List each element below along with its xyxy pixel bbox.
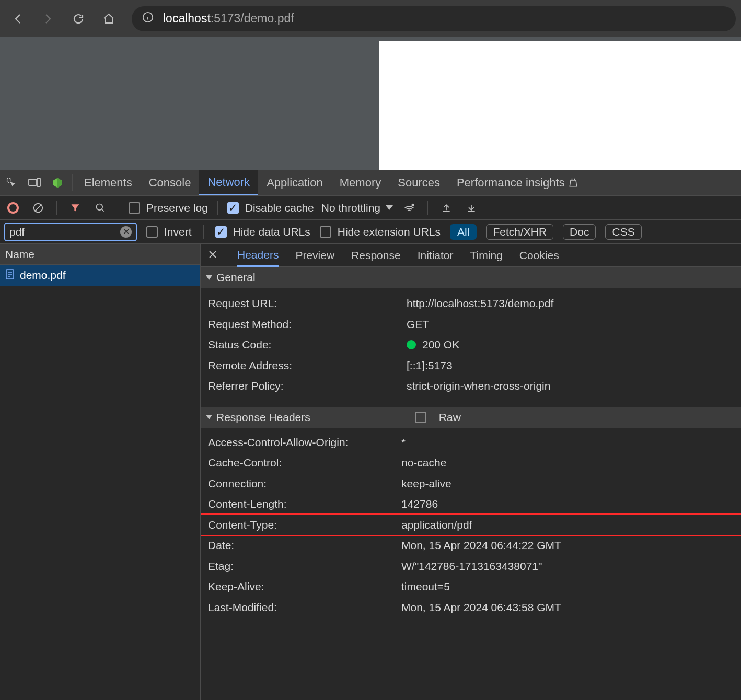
response-header-value: timeout=5 — [401, 578, 741, 595]
response-header-row: Access-Control-Allow-Origin:* — [201, 432, 741, 453]
document-icon — [5, 269, 15, 282]
response-header-row: Content-Type:application/pdf — [201, 515, 741, 535]
svg-line-9 — [35, 204, 42, 211]
back-button[interactable] — [5, 6, 30, 31]
response-header-key: Date: — [208, 537, 401, 554]
response-header-value: Mon, 15 Apr 2024 06:43:58 GMT — [401, 599, 741, 616]
row-remote-address: Remote Address: [::1]:5173 — [201, 355, 741, 376]
disable-cache-checkbox[interactable]: ✓Disable cache — [227, 202, 314, 214]
search-icon[interactable] — [91, 203, 109, 213]
filter-fetch-xhr-pill[interactable]: Fetch/XHR — [486, 224, 553, 240]
tab-cookies[interactable]: Cookies — [519, 249, 559, 262]
close-details-icon[interactable] — [208, 249, 221, 262]
raw-checkbox[interactable]: Raw — [415, 411, 461, 424]
network-filter-bar: pdf ✕ Invert ✓Hide data URLs Hide extens… — [0, 220, 741, 244]
response-headers-title: Response Headers — [216, 411, 310, 424]
tab-memory[interactable]: Memory — [331, 170, 389, 195]
svg-line-11 — [102, 209, 104, 211]
record-button[interactable] — [4, 202, 22, 214]
general-section-header[interactable]: General — [201, 267, 741, 288]
value-remote-address: [::1]:5173 — [407, 357, 741, 374]
invert-label: Invert — [164, 226, 192, 238]
response-header-value: * — [401, 434, 741, 451]
tab-console[interactable]: Console — [141, 170, 200, 195]
filter-css-pill[interactable]: CSS — [605, 224, 641, 240]
nodejs-icon[interactable] — [46, 170, 69, 195]
response-header-value: application/pdf — [401, 517, 741, 533]
hide-data-urls-checkbox[interactable]: ✓Hide data URLs — [215, 226, 310, 238]
response-header-key: Keep-Alive: — [208, 578, 401, 595]
tab-timing[interactable]: Timing — [470, 249, 503, 262]
address-bar[interactable]: localhost:5173/demo.pdf — [132, 6, 736, 31]
requests-header-name[interactable]: Name — [0, 244, 200, 265]
preserve-log-checkbox[interactable]: Preserve log — [129, 202, 208, 214]
chevron-down-icon — [386, 205, 393, 210]
reload-button[interactable] — [66, 6, 91, 31]
tab-response[interactable]: Response — [351, 249, 401, 262]
response-header-key: Access-Control-Allow-Origin: — [208, 434, 401, 451]
filter-all-pill[interactable]: All — [450, 224, 477, 240]
response-header-value: 142786 — [401, 496, 741, 512]
response-header-row: Date:Mon, 15 Apr 2024 06:44:22 GMT — [201, 535, 741, 556]
row-status-code: Status Code: 200 OK — [201, 334, 741, 355]
response-header-value: keep-alive — [401, 475, 741, 492]
label-remote-address: Remote Address: — [208, 357, 407, 374]
home-button[interactable] — [96, 6, 121, 31]
invert-checkbox[interactable]: Invert — [146, 226, 192, 238]
svg-point-12 — [412, 203, 415, 206]
clear-filter-icon[interactable]: ✕ — [120, 226, 132, 238]
svg-rect-4 — [29, 179, 37, 185]
response-header-row: Last-Modified:Mon, 15 Apr 2024 06:43:58 … — [201, 597, 741, 618]
download-har-icon[interactable] — [462, 203, 480, 213]
forward-button[interactable] — [36, 6, 61, 31]
filter-input[interactable]: pdf ✕ — [4, 223, 137, 241]
tab-performance-insights[interactable]: Performance insights — [448, 170, 587, 195]
tab-headers[interactable]: Headers — [237, 249, 279, 267]
row-request-method: Request Method: GET — [201, 314, 741, 335]
browser-nav-bar: localhost:5173/demo.pdf — [0, 0, 741, 37]
tab-preview[interactable]: Preview — [295, 249, 334, 262]
tab-sources[interactable]: Sources — [389, 170, 448, 195]
label-status-code: Status Code: — [208, 336, 407, 353]
response-header-row: Etag:W/"142786-1713163438071" — [201, 556, 741, 577]
tab-application[interactable]: Application — [258, 170, 331, 195]
request-row-selected[interactable]: demo.pdf — [0, 265, 200, 286]
response-header-key: Content-Length: — [208, 496, 401, 512]
filter-icon[interactable] — [66, 203, 84, 213]
filter-doc-pill[interactable]: Doc — [563, 224, 596, 240]
upload-har-icon[interactable] — [437, 203, 455, 213]
response-headers-section-header[interactable]: Response Headers Raw — [201, 407, 741, 428]
response-header-row: Connection:keep-alive — [201, 473, 741, 494]
tab-elements[interactable]: Elements — [76, 170, 141, 195]
tab-network[interactable]: Network — [199, 170, 258, 195]
network-conditions-icon[interactable] — [400, 202, 418, 214]
filter-input-value: pdf — [9, 226, 25, 238]
request-name: demo.pdf — [20, 269, 66, 282]
response-header-key: Last-Modified: — [208, 599, 401, 616]
response-header-key: Cache-Control: — [208, 454, 401, 471]
response-header-value: no-cache — [401, 454, 741, 471]
throttling-label: No throttling — [321, 202, 380, 214]
throttling-select[interactable]: No throttling — [321, 202, 393, 214]
label-request-method: Request Method: — [208, 316, 407, 333]
value-request-method: GET — [407, 316, 741, 333]
response-header-value: Mon, 15 Apr 2024 06:44:22 GMT — [401, 537, 741, 554]
network-toolbar: Preserve log ✓Disable cache No throttlin… — [0, 196, 741, 220]
devtools-tab-bar: Elements Console Network Application Mem… — [0, 170, 741, 196]
clear-button[interactable] — [29, 202, 47, 214]
row-referrer-policy: Referrer Policy: strict-origin-when-cros… — [201, 376, 741, 396]
site-info-icon[interactable] — [142, 11, 154, 26]
requests-list: Name demo.pdf — [0, 244, 201, 700]
tab-initiator[interactable]: Initiator — [418, 249, 454, 262]
response-header-key: Connection: — [208, 475, 401, 492]
response-header-key: Content-Type: — [208, 517, 401, 533]
collapse-icon — [206, 415, 212, 419]
hide-extension-urls-checkbox[interactable]: Hide extension URLs — [320, 226, 441, 238]
label-referrer-policy: Referrer Policy: — [208, 378, 407, 394]
inspect-element-icon[interactable] — [0, 170, 23, 195]
response-header-row: Cache-Control:no-cache — [201, 452, 741, 473]
device-toolbar-icon[interactable] — [23, 170, 46, 195]
value-status-code: 200 OK — [407, 336, 741, 353]
collapse-icon — [206, 275, 212, 280]
svg-point-10 — [97, 204, 103, 210]
